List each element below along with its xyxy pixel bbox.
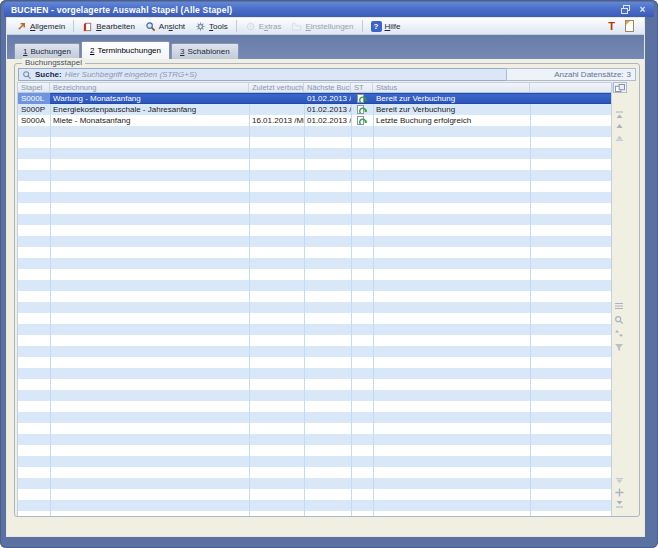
menu-separator — [362, 20, 363, 32]
column-chooser-icon[interactable] — [613, 82, 627, 93]
cell-bezeichnung: Miete - Monatsanfang — [50, 115, 249, 126]
cell-bezeichnung: Wartung - Monatsanfang — [50, 93, 249, 104]
cell-zuletzt_verbucht — [249, 93, 304, 104]
magnifier-icon — [145, 21, 156, 32]
help-icon: ? — [371, 21, 382, 32]
cell-status: Letzte Buchung erfolgreich — [373, 115, 530, 126]
window-title: BUCHEN - vorgelagerte Auswahl Stapel (Al… — [4, 5, 232, 15]
search-icon — [22, 70, 32, 80]
menu-separator — [236, 20, 237, 32]
scroll-down-icon[interactable] — [613, 487, 625, 498]
column-header-st[interactable]: ST — [351, 83, 373, 92]
cell-status: Bereit zur Verbuchung — [373, 104, 530, 115]
column-divider — [249, 93, 250, 516]
arrow-ne-icon — [16, 21, 27, 32]
tab-strip: 1Buchungen 2Terminbuchungen 3Schablonen — [7, 35, 644, 59]
menu-item-hilfe[interactable]: ? Hilfe — [366, 19, 406, 34]
column-header-zuletzt_verbucht[interactable]: Zuletzt verbucht — [249, 83, 304, 92]
main-panel: Buchungsstapel Suche: Anzahl Datensätze:… — [7, 59, 644, 536]
record-count: Anzahl Datensätze: 3 — [506, 68, 636, 81]
settings-folder-icon — [291, 21, 302, 32]
menu-item-allgemein[interactable]: Allgemein — [11, 19, 70, 34]
column-divider — [304, 93, 305, 516]
column-header-naechste_buchung[interactable]: Nächste Buchun — [304, 83, 351, 92]
page-refresh-icon — [351, 104, 373, 115]
column-header-status[interactable]: Status — [373, 83, 530, 92]
cell-naechste_buchung: 01.02.2013 /Fr — [304, 115, 351, 126]
edit-book-icon — [82, 21, 93, 32]
scroll-up-icon[interactable] — [613, 120, 625, 131]
page-refresh-icon — [351, 93, 373, 104]
cell-stapel: S000A — [18, 115, 50, 126]
menu-item-extras: Extras — [240, 19, 287, 34]
filter-icon[interactable] — [613, 342, 625, 353]
menu-item-ansicht[interactable]: Ansicht — [140, 19, 190, 34]
search-small-icon[interactable] — [613, 314, 625, 325]
sort-icon[interactable] — [613, 328, 625, 339]
cell-empty — [530, 93, 612, 104]
tab-terminbuchungen[interactable]: 2Terminbuchungen — [81, 41, 170, 59]
menu-item-tools[interactable]: Tools — [190, 19, 233, 34]
window-content: Allgemein Bearbeiten Ansicht Tools Extra… — [6, 17, 645, 537]
close-icon[interactable]: × — [637, 4, 648, 15]
column-divider — [351, 93, 352, 516]
list-icon[interactable] — [613, 300, 625, 311]
table-row[interactable]: S000AMiete - Monatsanfang16.01.2013 /Mi0… — [18, 115, 612, 126]
record-count-value: 3 — [627, 70, 631, 79]
side-toolbar — [611, 95, 627, 513]
cell-empty — [530, 104, 612, 115]
column-header-stapel[interactable]: Stapel — [18, 83, 50, 92]
menubar: Allgemein Bearbeiten Ansicht Tools Extra… — [7, 18, 644, 35]
app-window: BUCHEN - vorgelagerte Auswahl Stapel (Al… — [0, 0, 658, 548]
new-page-icon[interactable] — [625, 20, 634, 32]
cell-empty — [530, 115, 612, 126]
table-row[interactable]: S000LWartung - Monatsanfang01.02.2013 /F… — [18, 93, 612, 104]
table-body: S000LWartung - Monatsanfang01.02.2013 /F… — [17, 93, 612, 516]
cell-stapel: S000L — [18, 93, 50, 104]
menu-item-einstellungen: Einstellungen — [286, 19, 358, 34]
cell-stapel: S000P — [18, 104, 50, 115]
column-header-empty[interactable] — [530, 83, 613, 92]
restore-icon[interactable] — [620, 4, 631, 15]
search-input[interactable] — [65, 69, 503, 80]
cell-naechste_buchung: 01.02.2013 /Fr — [304, 93, 351, 104]
menu-separator — [73, 20, 74, 32]
t-icon[interactable]: T — [608, 21, 615, 32]
scroll-up-page-icon[interactable] — [613, 132, 625, 143]
page-refresh-icon — [351, 115, 373, 126]
tab-schablonen[interactable]: 3Schablonen — [171, 43, 239, 59]
column-header-bezeichnung[interactable]: Bezeichnung — [50, 83, 249, 92]
cell-naechste_buchung: 01.02.2013 /Fr — [304, 104, 351, 115]
scroll-down-page-icon[interactable] — [613, 476, 625, 487]
cell-status: Bereit zur Verbuchung — [373, 93, 530, 104]
buchungsstapel-groupbox: Buchungsstapel Suche: Anzahl Datensätze:… — [14, 63, 640, 517]
cell-zuletzt_verbucht — [249, 104, 304, 115]
gear-icon — [195, 21, 206, 32]
column-divider — [50, 93, 51, 516]
extras-icon — [245, 21, 256, 32]
search-label: Suche: — [35, 70, 62, 79]
titlebar[interactable]: BUCHEN - vorgelagerte Auswahl Stapel (Al… — [4, 2, 654, 17]
table-header: StapelBezeichnungZuletzt verbuchtNächste… — [17, 82, 612, 93]
table-row[interactable]: S000PEnergiekostenpauschale - Jahresanfa… — [18, 104, 612, 115]
cell-bezeichnung: Energiekostenpauschale - Jahresanfang — [50, 104, 249, 115]
column-divider — [373, 93, 374, 516]
scroll-bottom-icon[interactable] — [613, 498, 625, 509]
tab-buchungen[interactable]: 1Buchungen — [14, 43, 80, 59]
search-bar[interactable]: Suche: — [18, 68, 507, 81]
groupbox-label: Buchungsstapel — [22, 58, 85, 67]
cell-zuletzt_verbucht: 16.01.2013 /Mi — [249, 115, 304, 126]
column-divider — [530, 93, 531, 516]
scroll-top-icon[interactable] — [613, 109, 625, 120]
menu-item-bearbeiten[interactable]: Bearbeiten — [77, 19, 140, 34]
